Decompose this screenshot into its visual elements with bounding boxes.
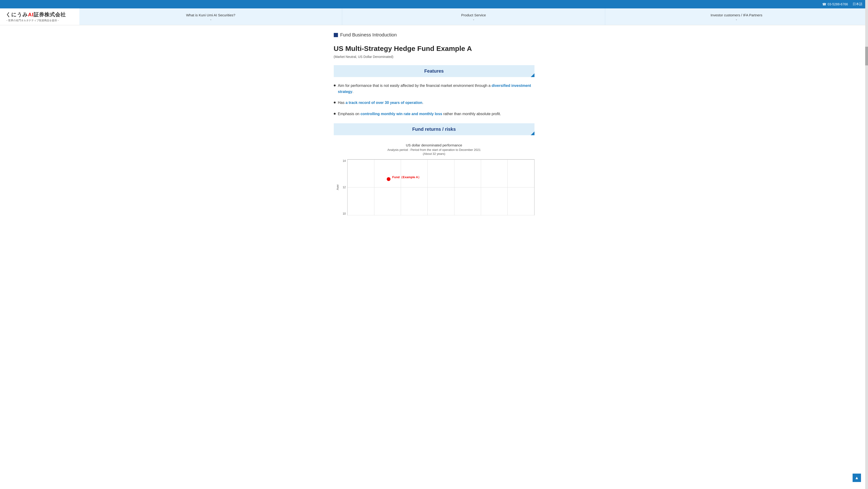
fund-dot	[387, 177, 391, 181]
nav-item-investor[interactable]: Investor customers / IFA Partners ⌄	[605, 8, 868, 25]
feature-text-1: Aim for performance that is not easily a…	[338, 83, 534, 94]
feature-highlight-3: controlling monthly win rate and monthly…	[360, 112, 442, 116]
feature-text-2: Has a track record of over 30 years of o…	[338, 100, 423, 106]
chart-grid: Fund（Example A）	[347, 159, 534, 215]
feature-item-2: Has a track record of over 30 years of o…	[334, 100, 534, 106]
scrollbar-track[interactable]	[865, 0, 868, 225]
nav-label-investor: Investor customers / IFA Partners	[710, 13, 762, 17]
corner-decoration	[531, 132, 534, 135]
logo-section: くにうみAI証券株式会社 －世界の名門オルタナティブ投資商品を提供－	[0, 8, 80, 25]
chevron-down-icon: ⌄	[210, 18, 212, 21]
bullet-icon	[334, 85, 336, 86]
features-list: Aim for performance that is not easily a…	[334, 83, 534, 117]
fund-label: Fund（Example A）	[392, 175, 421, 179]
logo-part2: 証券株式会社	[34, 12, 66, 18]
grid-vline-3	[427, 160, 428, 215]
logo: くにうみAI証券株式会社 －世界の名門オルタナティブ投資商品を提供－	[6, 11, 66, 22]
logo-name: くにうみAI証券株式会社	[6, 11, 66, 18]
nav-label-product: Product Service	[461, 13, 486, 17]
chart-y-axis: 14 12 10	[341, 159, 347, 215]
feature-highlight-2: a track record of over 30 years of opera…	[345, 100, 422, 105]
phone-icon: ☎	[822, 2, 826, 6]
chart-period: (About 32 years)	[334, 152, 534, 155]
fund-returns-section: Fund returns / risks US dollar denominat…	[334, 123, 534, 218]
fund-subtitle: (Market Neutral, US Dollar Denominated)	[334, 55, 534, 59]
y-tick-14: 14	[342, 159, 346, 163]
main-nav: What is Kuni Umi AI Securities? ⌄ Produc…	[80, 8, 868, 25]
chart-subtitle: Analysis period : Period from the start …	[334, 148, 534, 151]
chart-area: Aver 14 12 10	[334, 159, 534, 215]
grid-vline-2	[401, 160, 401, 215]
scrollbar-thumb[interactable]	[865, 47, 868, 65]
top-bar: ☎ 03-5288-6766 日本語	[0, 0, 868, 8]
fund-returns-title: Fund returns / risks	[412, 126, 456, 132]
phone-text: 03-5288-6766	[828, 2, 848, 6]
logo-ai: AI	[28, 12, 34, 18]
y-tick-12: 12	[342, 186, 346, 189]
nav-label-what: What is Kuni Umi AI Securities?	[186, 13, 235, 17]
feature-item-3: Emphasis on controlling monthly win rate…	[334, 111, 534, 117]
logo-part1: くにうみ	[6, 12, 28, 18]
features-title: Features	[424, 68, 444, 74]
fund-returns-header: Fund returns / risks	[334, 123, 534, 135]
nav-item-product[interactable]: Product Service ⌄	[342, 8, 605, 25]
feature-text-3: Emphasis on controlling monthly win rate…	[338, 111, 501, 117]
language-toggle[interactable]: 日本語	[852, 2, 862, 6]
grid-vline-4	[454, 160, 455, 215]
bullet-icon	[334, 102, 336, 104]
chart-container: US dollar denominated performance Analys…	[334, 141, 534, 218]
section-label-text: Fund Business Introduction	[340, 32, 397, 37]
chevron-down-icon: ⌄	[736, 18, 737, 21]
grid-vline-1	[374, 160, 374, 215]
section-label: Fund Business Introduction	[334, 32, 534, 37]
feature-text-3-after: rather than monthly absolute profit.	[442, 112, 501, 116]
grid-vline-5	[481, 160, 481, 215]
main-content: Fund Business Introduction US Multi-Stra…	[329, 25, 539, 225]
bullet-icon	[334, 113, 336, 115]
corner-decoration	[531, 73, 534, 77]
chevron-down-icon: ⌄	[473, 18, 474, 21]
phone-number: ☎ 03-5288-6766	[822, 2, 848, 6]
grid-vline-6	[507, 160, 508, 215]
fund-title: US Multi-Strategy Hedge Fund Example A	[334, 45, 534, 53]
features-header: Features	[334, 65, 534, 77]
feature-text-1-after: .	[352, 90, 353, 94]
feature-text-2-after: .	[422, 100, 423, 105]
feature-text-1-before: Aim for performance that is not easily a…	[338, 84, 492, 88]
section-label-icon	[334, 33, 338, 37]
grid-line-top	[347, 160, 534, 160]
nav-item-what[interactable]: What is Kuni Umi AI Securities? ⌄	[80, 8, 342, 25]
chart-y-label: Aver	[334, 159, 341, 215]
feature-item-1: Aim for performance that is not easily a…	[334, 83, 534, 94]
chart-title: US dollar denominated performance	[334, 143, 534, 147]
grid-line-mid	[347, 187, 534, 188]
feature-text-2-before: Has	[338, 100, 346, 105]
header: くにうみAI証券株式会社 －世界の名門オルタナティブ投資商品を提供－ What …	[0, 8, 868, 25]
feature-text-3-before: Emphasis on	[338, 112, 361, 116]
y-tick-10: 10	[342, 212, 346, 215]
logo-tagline: －世界の名門オルタナティブ投資商品を提供－	[6, 19, 66, 22]
